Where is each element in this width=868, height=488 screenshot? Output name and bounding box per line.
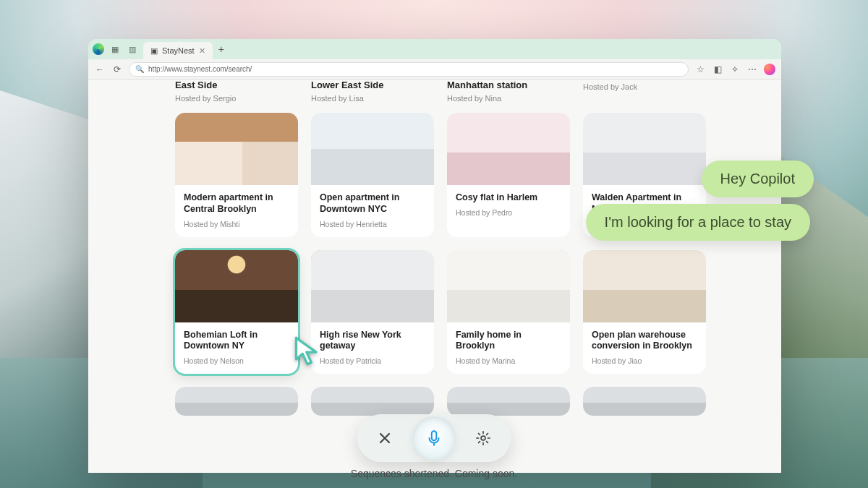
tab-close-icon[interactable]: ✕ <box>199 46 205 56</box>
svg-rect-0 <box>432 431 437 440</box>
listing-host: Hosted by Pedro <box>456 208 561 217</box>
copilot-speech-bubble-2: I'm looking for a place to stay <box>586 204 810 241</box>
listing-card[interactable]: Open apartment in Downtown NYCHosted by … <box>311 113 434 236</box>
microphone-icon <box>425 429 443 448</box>
listing-stub[interactable]: Lower East SideHosted by Lisa <box>311 80 434 103</box>
listing-thumbnail <box>175 250 298 322</box>
listing-host: Hosted by Patricia <box>320 356 425 365</box>
listing-thumbnail <box>311 250 434 322</box>
listing-card[interactable]: Family home in BrooklynHosted by Marina <box>447 250 570 374</box>
listing-card-partial[interactable] <box>175 387 298 416</box>
listing-title: High rise New York getaway <box>320 330 425 352</box>
url-text: http://www.staynest.com/search/ <box>148 65 252 73</box>
listing-thumbnail <box>175 113 298 185</box>
favorite-icon[interactable]: ☆ <box>694 64 706 75</box>
svg-point-1 <box>481 436 485 440</box>
voice-control-bar <box>357 414 511 462</box>
listing-stub[interactable]: East SideHosted by Sergio <box>175 80 298 103</box>
listing-card-partial[interactable] <box>311 387 434 416</box>
listing-card-partial[interactable] <box>447 387 570 416</box>
back-button[interactable]: ← <box>94 64 106 75</box>
listing-card[interactable]: Modern apartment in Central BrooklynHost… <box>175 113 298 236</box>
split-screen-icon[interactable]: ◧ <box>712 64 723 75</box>
listing-host: Hosted by Jack <box>583 82 706 91</box>
close-voice-button[interactable] <box>372 425 398 451</box>
listing-host: Hosted by Jiao <box>592 356 697 365</box>
listing-thumbnail <box>583 250 706 322</box>
listing-stub[interactable]: Manhattan stationHosted by Nina <box>447 80 570 103</box>
listing-thumbnail <box>311 113 434 185</box>
listing-title: Cosy flat in Harlem <box>456 192 561 204</box>
edge-logo-icon <box>93 43 104 55</box>
listing-thumbnail <box>447 113 570 185</box>
listing-host: Hosted by Mishti <box>184 220 289 228</box>
listing-stub[interactable]: Hosted by Jack <box>583 80 706 103</box>
listing-title: Bohemian Loft in Downtown NY <box>184 330 289 352</box>
collections-icon[interactable]: ✧ <box>729 64 741 75</box>
browser-toolbar: ← ⟳ 🔍 http://www.staynest.com/search/ ☆ … <box>88 59 781 80</box>
tab-title: StayNest <box>162 46 195 55</box>
listing-title: East Side <box>175 80 298 91</box>
gear-icon <box>475 430 491 446</box>
refresh-button[interactable]: ⟳ <box>111 64 123 75</box>
browser-window: ▦ ▥ ▣ StayNest ✕ + ← ⟳ 🔍 http://www.stay… <box>88 39 781 473</box>
browser-tab[interactable]: ▣ StayNest ✕ <box>143 42 213 59</box>
voice-settings-button[interactable] <box>470 425 496 451</box>
listing-title: Family home in Brooklyn <box>456 330 561 352</box>
listing-host: Hosted by Lisa <box>311 94 434 103</box>
listing-card[interactable]: High rise New York getawayHosted by Patr… <box>311 250 434 374</box>
tab-actions-icon[interactable]: ▥ <box>126 43 139 56</box>
listing-title: Modern apartment in Central Brooklyn <box>184 192 289 215</box>
tab-strip: ▦ ▥ ▣ StayNest ✕ + <box>88 39 781 59</box>
copilot-icon[interactable] <box>764 64 775 75</box>
footer-caption: Sequences shortened. Coming soon. <box>351 468 517 479</box>
listing-host: Hosted by Sergio <box>175 94 298 103</box>
new-tab-button[interactable]: + <box>218 43 224 55</box>
tab-favicon: ▣ <box>150 46 158 56</box>
microphone-button[interactable] <box>412 416 456 460</box>
address-bar[interactable]: 🔍 http://www.staynest.com/search/ <box>129 62 689 77</box>
listing-host: Hosted by Marina <box>456 356 561 365</box>
listing-title: Open apartment in Downtown NYC <box>320 192 425 215</box>
listing-card[interactable]: Open plan warehouse conversion in Brookl… <box>583 250 706 374</box>
listing-host: Hosted by Nelson <box>184 356 289 365</box>
listing-card[interactable]: Bohemian Loft in Downtown NYHosted by Ne… <box>175 250 298 374</box>
listing-title: Lower East Side <box>311 80 434 91</box>
listing-thumbnail <box>447 250 570 322</box>
listing-thumbnail <box>583 113 706 185</box>
close-icon <box>378 431 392 445</box>
copilot-speech-bubble-1: Hey Copilot <box>702 160 814 197</box>
listing-title: Open plan warehouse conversion in Brookl… <box>592 330 697 352</box>
menu-icon[interactable]: ⋯ <box>746 64 758 75</box>
listing-host: Hosted by Henrietta <box>320 220 425 228</box>
listing-title: Manhattan station <box>447 80 570 91</box>
listing-card[interactable]: Cosy flat in HarlemHosted by Pedro <box>447 113 570 236</box>
listing-card-partial[interactable] <box>583 387 706 416</box>
listing-host: Hosted by Nina <box>447 94 570 103</box>
site-info-icon[interactable]: 🔍 <box>135 65 144 73</box>
workspaces-icon[interactable]: ▦ <box>109 43 122 56</box>
